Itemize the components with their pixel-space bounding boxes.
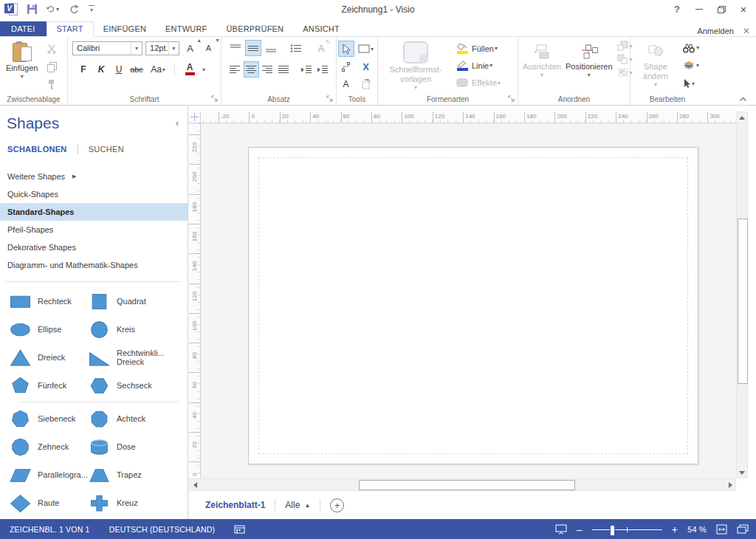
shape-master-ellipse[interactable]: Ellipse <box>0 320 89 339</box>
drawing-page[interactable] <box>248 147 698 464</box>
decrease-indent-button[interactable] <box>298 61 313 78</box>
tab-datei[interactable]: DATEI <box>0 21 47 36</box>
page-tab-zeichenblatt1[interactable]: Zeichenblatt-1 <box>205 500 265 510</box>
align-left-button[interactable] <box>227 61 242 78</box>
bullets-button[interactable] <box>288 40 304 56</box>
close-button[interactable]: × <box>734 1 753 16</box>
page-filter-dropdown[interactable]: Alle ▲ <box>285 500 310 510</box>
paste-button[interactable]: Einfügen ▾ <box>6 40 38 92</box>
connection-point-tool-button[interactable]: X <box>358 58 374 75</box>
shape-master-parallelogram[interactable]: Parallelogra... <box>0 466 89 484</box>
connector-tool-button[interactable] <box>338 58 354 75</box>
switch-windows-button[interactable] <box>737 524 749 534</box>
stencil-item[interactable]: Quick-Shapes <box>0 185 188 203</box>
quick-styles-button[interactable]: Schnellformat-vorlagen ▾ <box>385 40 446 92</box>
align-center-button[interactable] <box>244 61 258 78</box>
zoom-slider-thumb[interactable] <box>610 525 615 536</box>
effects-button[interactable]: Effekte ▾ <box>456 75 501 92</box>
select-button[interactable]: ▾ <box>682 76 699 92</box>
align-shapes-button[interactable]: Ausrichten ▾ <box>523 40 561 92</box>
tab-schablonen[interactable]: SCHABLONEN <box>7 145 67 154</box>
shape-master-triangle[interactable]: Dreieck <box>0 349 89 367</box>
shape-master-right-triangle[interactable]: Rechtwinkli... Dreieck <box>89 349 174 367</box>
text-rotate-button[interactable]: A↻ <box>313 40 329 56</box>
format-painter-button[interactable] <box>44 77 60 92</box>
restore-button[interactable] <box>712 1 731 16</box>
bold-button[interactable]: F <box>75 61 92 78</box>
absatz-dialog-launcher[interactable] <box>326 95 334 103</box>
increase-indent-button[interactable] <box>315 61 330 78</box>
shape-master-trapezoid[interactable]: Trapez <box>89 466 174 484</box>
grow-font-button[interactable]: A▲ <box>182 40 198 56</box>
shape-master-square[interactable]: Quadrat <box>89 292 174 311</box>
font-name-dropdown-icon[interactable]: ▾ <box>131 42 142 55</box>
font-size-dropdown-icon[interactable]: ▾ <box>168 42 179 55</box>
shape-master-cross[interactable]: Kreuz <box>89 494 174 512</box>
vertical-scrollbar[interactable] <box>736 111 748 478</box>
shape-master-heptagon[interactable]: Siebeneck <box>0 410 89 428</box>
italic-button[interactable]: K <box>93 61 109 78</box>
shape-master-circle[interactable]: Kreis <box>89 320 174 339</box>
layers-button[interactable]: ▾ <box>682 58 699 73</box>
tab-ueberpruefen[interactable]: ÜBERPRÜFEN <box>216 22 293 36</box>
text-block-tool-button[interactable] <box>358 76 374 92</box>
shape-master-octagon[interactable]: Achteck <box>89 410 174 428</box>
zoom-slider[interactable] <box>592 524 662 535</box>
shape-master-decagon[interactable]: Zehneck <box>0 438 89 456</box>
copy-button[interactable] <box>44 59 60 74</box>
align-bottom-button[interactable] <box>263 40 279 56</box>
cut-button[interactable] <box>44 41 60 56</box>
drawing-area[interactable] <box>201 123 736 478</box>
scroll-up-button[interactable] <box>737 112 747 123</box>
document-close-icon[interactable]: ✕ <box>743 26 750 36</box>
stencil-item[interactable]: Standard-Shapes <box>0 203 188 221</box>
horizontal-scroll-thumb[interactable] <box>359 480 575 490</box>
shape-master-cylinder[interactable]: Dose <box>89 438 174 456</box>
vertical-scroll-thumb[interactable] <box>738 219 748 384</box>
rectangle-tool-arrow-icon[interactable]: ▾ <box>371 46 374 52</box>
find-button[interactable]: ▾ <box>682 40 699 55</box>
stencil-item[interactable]: Pfeil-Shapes <box>0 221 188 238</box>
signin-link[interactable]: Anmelden <box>697 27 734 35</box>
new-page-button[interactable]: + <box>330 498 344 512</box>
font-color-button[interactable]: A <box>179 61 200 78</box>
shape-master-diamond[interactable]: Raute <box>0 494 89 512</box>
shape-master-pentagon[interactable]: Fünfeck <box>0 377 89 395</box>
change-case-button[interactable]: Aa▾ <box>146 61 170 78</box>
font-size-combo[interactable]: 12pt. ▾ <box>145 41 179 55</box>
shrink-font-button[interactable]: A▼ <box>201 40 216 56</box>
scroll-right-button[interactable] <box>725 479 735 490</box>
fit-page-button[interactable] <box>716 524 727 535</box>
font-color-arrow-icon[interactable]: ▾ <box>202 66 205 73</box>
line-button[interactable]: Linie ▾ <box>456 57 501 74</box>
tab-start[interactable]: START <box>47 21 94 37</box>
align-middle-button[interactable] <box>245 40 261 56</box>
collapse-panel-icon[interactable]: ‹ <box>176 117 179 128</box>
rectangle-tool-button[interactable]: ▾ <box>358 44 374 53</box>
zoom-level[interactable]: 54 % <box>687 525 707 534</box>
help-button[interactable]: ? <box>667 1 687 16</box>
scroll-down-button[interactable] <box>737 467 747 478</box>
tab-einfuegen[interactable]: EINFÜGEN <box>94 22 156 36</box>
align-top-button[interactable] <box>227 40 244 56</box>
presentation-mode-button[interactable] <box>555 524 567 535</box>
underline-button[interactable]: U <box>111 61 127 78</box>
stencil-item[interactable]: Dekorative Shapes <box>0 238 188 256</box>
formenarten-dialog-launcher[interactable] <box>508 95 515 103</box>
minimize-button[interactable] <box>690 1 709 16</box>
status-language[interactable]: DEUTSCH (DEUTSCHLAND) <box>100 525 225 534</box>
tab-suchen[interactable]: SUCHEN <box>89 145 124 154</box>
schriftart-dialog-launcher[interactable] <box>211 95 219 103</box>
text-tool-button[interactable]: A <box>338 76 354 92</box>
change-shape-button[interactable]: Shape ändern ▾ <box>636 40 675 92</box>
scroll-left-button[interactable] <box>190 479 200 490</box>
shape-master-hexagon[interactable]: Sechseck <box>89 377 174 395</box>
zoom-out-button[interactable]: – <box>577 524 583 535</box>
collapse-ribbon-button[interactable] <box>739 97 747 102</box>
tab-ansicht[interactable]: ANSICHT <box>293 22 349 36</box>
horizontal-ruler[interactable]: -200204060801001201401601802002202402602… <box>201 111 736 123</box>
stencil-item[interactable]: Weitere Shapes▶ <box>0 168 188 185</box>
align-right-button[interactable] <box>261 61 275 78</box>
macro-record-button[interactable] <box>224 525 255 534</box>
pointer-tool-button[interactable] <box>338 41 354 57</box>
